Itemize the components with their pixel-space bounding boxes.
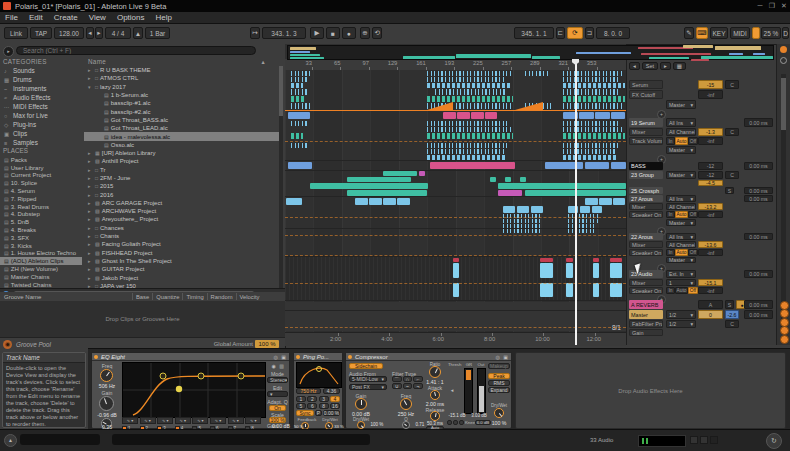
comp-sidechain-toggle[interactable]: Sidechain [349,363,383,369]
prev-locator-button[interactable]: ◂ [629,62,640,70]
clip-segment[interactable] [563,103,623,109]
delay-beat-2[interactable]: 2 [307,396,317,402]
routing-chooser[interactable]: All Channels▾ [666,128,696,136]
eq-band-filter-chooser[interactable]: ∿ ▾ [228,417,244,424]
monitor-in-button[interactable]: In [666,211,675,218]
track-delay-value[interactable]: 0.00 ms [744,310,773,319]
eq-band-filter-chooser[interactable]: ∿ ▾ [157,417,173,424]
track-name-serum[interactable]: Serum [629,80,663,89]
track-name-19-serum[interactable]: 19 Serum [629,118,663,127]
clip-segment[interactable] [427,71,511,76]
clip-segment[interactable] [435,89,505,95]
expander-icon[interactable]: ▸ [88,158,93,164]
clip-segment[interactable] [563,143,619,148]
track-delay-value[interactable]: 0.00 ms [744,300,773,309]
place-item[interactable]: ▤3. Kicks [0,242,82,250]
comp-thresh-value[interactable]: -15.1 dB [446,413,468,418]
eq-audition-icons[interactable]: ◉ ▥ [272,363,285,369]
routing-chooser[interactable]: Ext. In▾ [666,270,696,278]
expander-icon[interactable]: ▸ [88,208,93,214]
return-activator-dot[interactable] [780,335,789,344]
file-item[interactable]: ▤idea - malevolessa.alc [84,132,279,140]
comp-graph-mode-2[interactable] [453,420,458,425]
clip-segment[interactable] [579,112,594,119]
eq-band-filter-chooser[interactable]: ∿ ▾ [245,417,261,424]
track-delay-value[interactable]: 0.00 ms [744,195,773,202]
loop-length-field[interactable]: 8. 0. 0 [596,27,630,39]
sidebar-item-plug-ins[interactable]: ◇Plug-ins [0,120,82,129]
nudge-up-button[interactable]: ▸ [95,27,103,39]
routing-chooser[interactable]: All Ins▾ [666,118,696,127]
volume-value[interactable]: -13.2 [698,203,723,210]
clip-segment[interactable] [503,229,541,233]
volume-value[interactable]: A [698,300,723,309]
place-item[interactable]: ▤3. Real Drums [0,203,82,211]
track-delay-value[interactable]: 0.00 ms [744,187,773,194]
track-name-mixer[interactable]: Mixer [629,128,663,136]
track-delay-value[interactable]: 0.00 ms [744,118,773,127]
volume-value[interactable]: -inf [698,287,723,294]
clip-segment[interactable] [611,112,625,119]
place-item[interactable]: ▤7. Ripped [0,195,82,203]
clip-segment[interactable] [563,149,615,154]
file-item[interactable]: ▸□R U BASK THEME [84,66,279,74]
delay-beat-1[interactable]: 1 [296,396,306,402]
track-name-23-audio[interactable]: 23 Audio [629,270,663,278]
comp-sc-drywet-knob[interactable] [357,421,365,429]
name-column-header[interactable]: Name ▴ [88,58,273,66]
clip-segment[interactable] [563,89,621,95]
expander-icon[interactable]: ▸ [88,225,93,231]
clip-segment[interactable] [568,219,598,223]
clip-segment[interactable] [599,198,612,205]
routing-chooser[interactable]: Master▾ [666,146,696,154]
monitor-in-button[interactable]: In [666,287,675,294]
expander-icon[interactable]: ▸ [88,216,93,222]
monitor-off-button[interactable]: Off [688,249,698,256]
search-input[interactable] [16,46,256,55]
file-item[interactable]: ▸▨GUITAR Project [84,265,279,273]
eq-band-filter-chooser[interactable]: ∿ ▾ [140,417,156,424]
record-button[interactable]: ● [342,27,356,39]
expander-icon[interactable]: ▸ [88,241,93,247]
comp-filter-button-3[interactable]: ∪ [392,383,402,389]
clip-segment[interactable] [427,133,513,139]
file-item[interactable]: ▸▨Jakob Project [84,273,279,281]
file-item[interactable]: ▸□Tr [84,166,279,174]
follow-button[interactable]: ↦ [250,27,260,39]
clip-segment[interactable] [592,206,602,213]
routing-chooser[interactable]: Master▾ [666,257,696,263]
eq-activator-led[interactable] [94,355,98,359]
clip-segment[interactable] [471,112,484,119]
pan-value[interactable]: -2.6 [725,310,739,319]
volume-value[interactable]: -inf [698,211,723,218]
file-item[interactable]: ▸□2015 [84,182,279,190]
audio-clip-body[interactable] [566,283,573,297]
clip-segment[interactable] [347,177,411,182]
clip-segment[interactable] [498,183,626,189]
device-drop-area[interactable]: Drop Audio Effects Here [515,352,786,429]
eq-band-filter-chooser[interactable]: ∿ ▾ [175,417,191,424]
monitor-off-button[interactable]: Off [688,211,698,218]
monitor-off-button[interactable]: Off [688,137,698,145]
clip-segment[interactable] [503,224,541,228]
eq-display[interactable] [122,362,266,418]
clip-segment[interactable] [427,77,505,82]
quantize-menu[interactable]: 1 Bar [145,27,170,39]
clip-segment[interactable] [517,206,529,213]
place-item[interactable]: ▤Master Chains [0,273,82,281]
track-name-mixer[interactable]: Mixer [629,241,663,248]
clip-segment[interactable] [288,162,312,169]
audio-clip-body[interactable] [540,263,553,278]
eq-band-filter-chooser[interactable]: ∿ ▾ [122,417,138,424]
file-item[interactable]: ▾□lazy 2017 [84,83,279,91]
place-item[interactable]: ▤ZH (New Volume) [0,265,82,273]
delay-freq-value[interactable]: 750 Hz [296,388,321,394]
place-item[interactable]: ▤10. Splice [0,179,82,187]
comp-thresh-arrow-icon[interactable]: ◂ [449,387,455,393]
loop-toggle[interactable]: ⟳ [567,27,583,39]
volume-value[interactable]: -12 [698,162,723,170]
place-item[interactable]: ▤3. SFX [0,234,82,242]
expander-icon[interactable]: ▸ [88,192,93,198]
volume-value[interactable]: -15.1 [698,279,723,286]
show-hide-info-icon[interactable]: ▲ [4,434,17,447]
